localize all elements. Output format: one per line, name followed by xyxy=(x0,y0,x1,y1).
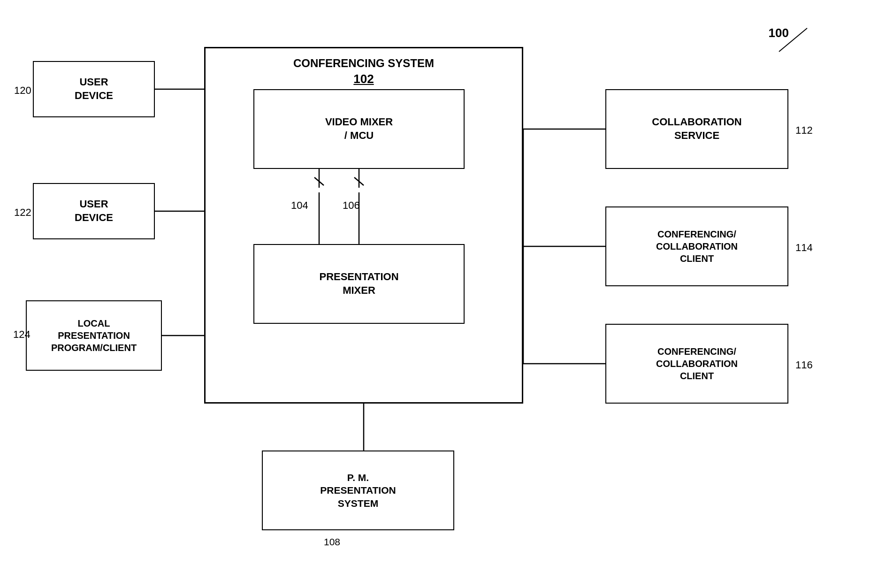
label-112: 112 xyxy=(795,124,813,137)
label-114: 114 xyxy=(795,242,813,254)
box-presentation-mixer: PRESENTATION MIXER xyxy=(253,244,465,324)
box-user-device-1: USER DEVICE xyxy=(33,61,155,117)
label-106: 106 xyxy=(343,199,360,212)
conf-collab-2-label: CONFERENCING/ COLLABORATION CLIENT xyxy=(656,345,738,382)
label-120: 120 xyxy=(14,84,31,97)
box-pm-presentation: P. M. PRESENTATION SYSTEM xyxy=(262,451,454,530)
collaboration-service-label: COLLABORATION SERVICE xyxy=(652,115,741,142)
box-video-mixer: VIDEO MIXER / MCU xyxy=(253,89,465,169)
conferencing-system-number: 102 xyxy=(206,72,522,86)
conf-collab-1-label: CONFERENCING/ COLLABORATION CLIENT xyxy=(656,228,738,265)
label-124: 124 xyxy=(13,328,31,341)
label-116: 116 xyxy=(795,359,813,371)
user-device-1-label: USER DEVICE xyxy=(75,76,113,102)
presentation-mixer-label: PRESENTATION MIXER xyxy=(319,270,398,297)
local-presentation-label: LOCAL PRESENTATION PROGRAM/CLIENT xyxy=(51,317,137,354)
box-conf-collab-2: CONFERENCING/ COLLABORATION CLIENT xyxy=(605,324,788,404)
conferencing-system-title: CONFERENCING SYSTEM xyxy=(206,57,522,70)
box-local-presentation: LOCAL PRESENTATION PROGRAM/CLIENT xyxy=(26,300,162,371)
label-122: 122 xyxy=(14,206,31,219)
diagram-number-100: 100 xyxy=(769,26,789,40)
box-collaboration-service: COLLABORATION SERVICE xyxy=(605,89,788,169)
user-device-2-label: USER DEVICE xyxy=(75,198,113,224)
label-104: 104 xyxy=(291,199,308,212)
box-conf-collab-1: CONFERENCING/ COLLABORATION CLIENT xyxy=(605,206,788,286)
box-user-device-2: USER DEVICE xyxy=(33,183,155,239)
video-mixer-label: VIDEO MIXER / MCU xyxy=(325,115,393,142)
label-108: 108 xyxy=(324,536,340,548)
pm-presentation-label: P. M. PRESENTATION SYSTEM xyxy=(320,471,396,510)
